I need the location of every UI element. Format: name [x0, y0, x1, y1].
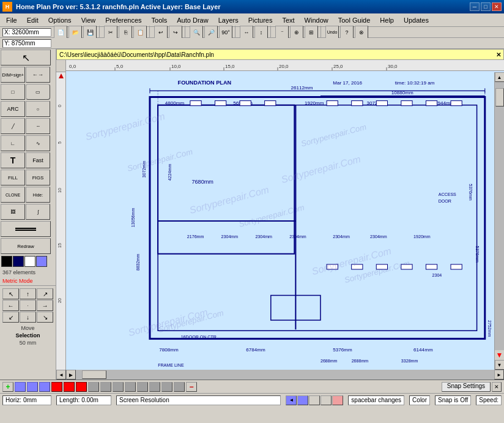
status-nav-2[interactable] [297, 395, 308, 405]
v-scroll-thumb[interactable] [495, 88, 504, 107]
menu-preferences[interactable]: Preferences [100, 15, 146, 25]
move-e[interactable]: → [37, 300, 53, 311]
add-snap-btn[interactable]: + [2, 382, 13, 392]
pointer-tool[interactable]: ↖ [1, 50, 51, 66]
zoom-out-button[interactable]: 🔎 [204, 26, 218, 39]
h-scroll-area[interactable]: ◄ ► ► [56, 370, 504, 380]
zigzag-tool[interactable]: ∿ [26, 135, 50, 151]
close-button[interactable]: ✕ [492, 2, 502, 11]
menu-text[interactable]: Text [277, 15, 299, 25]
scroll-up-arrow[interactable]: ▲ [495, 72, 505, 82]
snap-gray-1[interactable] [88, 382, 99, 392]
snap-dot-1[interactable] [15, 382, 26, 392]
scroll-down-arrow[interactable]: ▼ [495, 360, 505, 370]
move-sw[interactable]: ↙ [2, 312, 19, 323]
image-tool[interactable]: 🖼 [1, 204, 25, 220]
move-center[interactable]: · [20, 300, 36, 311]
minimize-button[interactable]: ─ [470, 2, 480, 11]
snap-gray-6[interactable] [149, 382, 160, 392]
menu-updates[interactable]: Updates [399, 15, 434, 25]
snap-gray-3[interactable] [113, 382, 124, 392]
move-ne[interactable]: ↗ [37, 288, 53, 299]
color-black[interactable] [1, 256, 12, 267]
fit-button[interactable]: ⊞ [305, 26, 318, 39]
angle-tool[interactable]: ∟ [1, 135, 25, 151]
paste-button[interactable]: 📋 [133, 26, 147, 39]
snap-gray-2[interactable] [100, 382, 111, 392]
snap-gray-5[interactable] [137, 382, 148, 392]
open-button[interactable]: 📂 [69, 26, 82, 39]
snap-dot-2[interactable] [27, 382, 38, 392]
dim2-tool[interactable]: ←→ [26, 67, 50, 83]
snap-gray-4[interactable] [125, 382, 136, 392]
extra-btn[interactable]: ⊗ [355, 26, 368, 39]
status-nav-4[interactable] [321, 395, 332, 405]
h-scroll-right[interactable]: ► [494, 370, 504, 380]
color-extra[interactable] [36, 256, 47, 267]
snap-red-2[interactable] [64, 382, 75, 392]
save-button[interactable]: 💾 [83, 26, 97, 39]
text-tool[interactable]: T [1, 152, 25, 168]
fill-tool[interactable]: FILL [1, 170, 25, 185]
bottom-close-btn[interactable]: ✕ [492, 382, 502, 392]
color-current[interactable] [13, 256, 24, 267]
rect-tool[interactable]: □ [1, 84, 25, 100]
dim-tool[interactable]: DIM+sign+ [1, 67, 25, 83]
v-scroll-track[interactable] [495, 82, 505, 350]
zoom-in-button[interactable]: 🔍 [190, 26, 203, 39]
redraw-button[interactable]: Redraw [1, 238, 51, 254]
snap-settings-btn[interactable]: Snap Settings [442, 382, 491, 392]
y-coord[interactable]: Y: 8750mm [2, 39, 51, 48]
curve-tool[interactable]: ∫ [26, 204, 50, 220]
circle-tool[interactable]: ○ [26, 101, 50, 117]
undo2-button[interactable]: Undo [325, 26, 339, 39]
help-btn[interactable]: ? [340, 26, 354, 39]
line2-tool[interactable]: ╌ [26, 118, 50, 134]
status-nav-5[interactable] [332, 395, 343, 405]
status-nav-1[interactable]: ◄ [286, 395, 297, 405]
menu-tools[interactable]: Tools [147, 15, 172, 25]
blueprint-canvas[interactable]: FOUNDATION PLAN Mar 17, 2016 time: 10:32… [66, 72, 494, 370]
move-se[interactable]: ↘ [37, 312, 53, 323]
h-nav-btn[interactable]: ► [66, 370, 76, 380]
fast-text-tool[interactable]: Fast [26, 152, 50, 168]
snap-red-1[interactable] [51, 382, 62, 392]
figs-tool[interactable]: FIGS [26, 170, 50, 185]
round-rect-tool[interactable]: ▭ [26, 84, 50, 100]
menu-window[interactable]: Window [300, 15, 333, 25]
x-coord[interactable]: X: 32600mm [2, 28, 51, 37]
menu-toolguide[interactable]: Tool Guide [333, 15, 376, 25]
clone-tool[interactable]: CLONE [1, 187, 25, 203]
h-scroll-thumb[interactable] [82, 370, 106, 379]
rotate90-button[interactable]: 90° [219, 26, 232, 39]
menu-options[interactable]: Options [43, 15, 76, 25]
menu-edit[interactable]: Edit [22, 15, 43, 25]
line-palette[interactable] [1, 221, 51, 237]
redo-button[interactable]: ↪ [169, 26, 182, 39]
flip-h-button[interactable]: ↔ [240, 26, 253, 39]
menu-help[interactable]: Help [375, 15, 399, 25]
color-white[interactable] [24, 256, 35, 267]
remove-snap-btn[interactable]: − [186, 382, 197, 392]
cut-button[interactable]: ✂ [104, 26, 117, 39]
new-button[interactable]: 📄 [54, 26, 67, 39]
arc-tool[interactable]: ARC [1, 101, 25, 117]
canvas-close-icon[interactable]: ✕ [496, 51, 501, 58]
snap-gray-7[interactable] [161, 382, 172, 392]
line-tool[interactable]: ╱ [1, 118, 25, 134]
menu-layers[interactable]: Layers [213, 15, 243, 25]
h-scroll-track[interactable] [76, 370, 494, 380]
move-w[interactable]: ← [2, 300, 19, 311]
move-n[interactable]: ↑ [20, 288, 36, 299]
line-button[interactable]: ⁻ [275, 26, 289, 39]
v-scroll[interactable]: ▲ ▼ ▼ [494, 72, 504, 370]
snap-gray-8[interactable] [174, 382, 185, 392]
h-scroll-left[interactable]: ◄ [56, 370, 66, 380]
undo-button[interactable]: ↩ [154, 26, 168, 39]
maximize-button[interactable]: □ [481, 2, 491, 11]
snap-dot-3[interactable] [39, 382, 50, 392]
menu-autodraw[interactable]: Auto Draw [172, 15, 213, 25]
snap-red-3[interactable] [76, 382, 87, 392]
move-nw[interactable]: ↖ [2, 288, 19, 299]
move-s[interactable]: ↓ [20, 312, 36, 323]
